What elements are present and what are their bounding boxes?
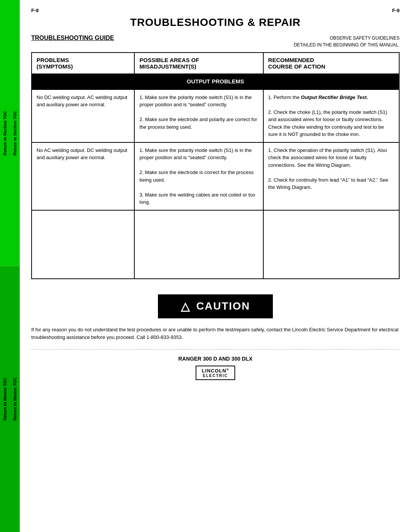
safety-note: OBSERVE SAFETY GUIDELINES DETAILED IN TH…	[294, 35, 400, 48]
header-problems: PROBLEMS(SYMPTOMS)	[32, 53, 134, 74]
page-id-left: F-9	[31, 8, 39, 13]
main-content: F-9 F-9 TROUBLESHOOTING & REPAIR TROUBLE…	[20, 0, 411, 391]
bold-italic-text: Output Rectifier Bridge Test.	[301, 94, 368, 100]
lincoln-bottom: ELECTRIC	[202, 374, 229, 378]
page-id-right: F-9	[392, 8, 400, 13]
side-tabs: Return to Section TOC Return to Master T…	[0, 0, 20, 532]
divider	[31, 349, 400, 350]
caution-text: If for any reason you do not understand …	[31, 326, 400, 342]
sidebar-return-section-1[interactable]: Return to Section TOC	[0, 0, 10, 266]
caution-label: CAUTION	[196, 300, 250, 312]
page-title: TROUBLESHOOTING & REPAIR	[31, 16, 400, 29]
sidebar-return-master-2[interactable]: Return to Master TOC	[10, 266, 20, 532]
caution-box: △ CAUTION	[158, 294, 273, 318]
lincoln-logo: LINCOLN® ELECTRIC	[31, 366, 400, 380]
table-row-empty	[32, 210, 399, 279]
sidebar-return-section-2[interactable]: Return to Section TOC	[10, 0, 20, 266]
action-2: 1. Check the operation of the polarity s…	[263, 142, 399, 210]
safety-line-2: DETAILED IN THE BEGINNING OF THIS MANUAL…	[294, 42, 400, 48]
safety-line-1: OBSERVE SAFETY GUIDELINES	[294, 35, 400, 42]
problem-2: No AC welding output. DC welding output …	[32, 142, 134, 210]
table-row: No DC welding output. AC welding output …	[32, 89, 399, 142]
side-tab-group-2: Return to Section TOC Return to Master T…	[10, 0, 20, 532]
section-header-row: TROUBLESHOOTING GUIDE OBSERVE SAFETY GUI…	[31, 35, 400, 48]
empty-cell-3	[263, 210, 399, 279]
misadjustments-2: 1. Make sure the polarity mode switch (S…	[134, 142, 263, 210]
empty-cell-1	[32, 210, 134, 279]
lincoln-logo-box: LINCOLN® ELECTRIC	[196, 366, 235, 380]
empty-cell-2	[134, 210, 263, 279]
header-action: RECOMMENDEDCOURSE OF ACTION	[263, 53, 399, 74]
warning-icon: △	[181, 300, 190, 313]
table-row: No AC welding output. DC welding output …	[32, 142, 399, 210]
section-title: TROUBLESHOOTING GUIDE	[31, 35, 114, 42]
output-problems-banner: OUTPUT PROBLEMS	[32, 74, 399, 89]
caution-section: △ CAUTION	[31, 294, 400, 318]
lincoln-top: LINCOLN®	[202, 368, 229, 374]
page-header: F-9 F-9	[31, 8, 400, 13]
header-misadjustments: POSSIBLE AREAS OFMISADJUSTMENT(S)	[134, 53, 263, 74]
side-tab-group-1: Return to Section TOC Return to Master T…	[0, 0, 10, 532]
main-table: PROBLEMS(SYMPTOMS) POSSIBLE AREAS OFMISA…	[31, 52, 400, 279]
output-problems-label: OUTPUT PROBLEMS	[32, 74, 399, 89]
action-1: 1. Perform the Output Rectifier Bridge T…	[263, 89, 399, 142]
sidebar-return-master-1[interactable]: Return to Master TOC	[0, 266, 10, 532]
footer-model: RANGER 300 D AND 300 DLX	[31, 356, 400, 362]
problem-1: No DC welding output. AC welding output …	[32, 89, 134, 142]
misadjustments-1: 1. Make sure the polarity mode switch (S…	[134, 89, 263, 142]
